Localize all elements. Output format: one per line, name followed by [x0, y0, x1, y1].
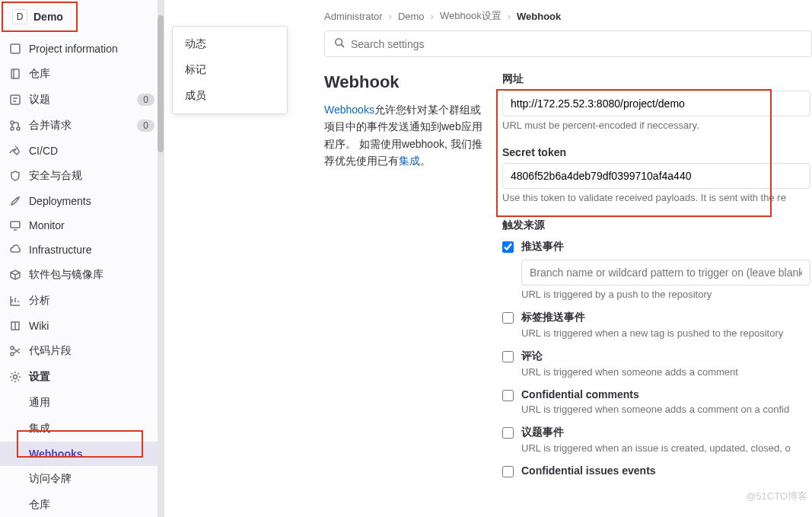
- breadcrumb-current: Webhook: [517, 11, 561, 22]
- svg-point-11: [11, 346, 14, 349]
- trigger-hint: URL is triggered when someone adds a com…: [521, 366, 810, 378]
- search-input[interactable]: [351, 38, 802, 50]
- webhook-description: Webhook Webhooks允许您针对某个群组或项目中的事件发送通知到web…: [324, 72, 484, 490]
- branch-filter-input[interactable]: [521, 260, 810, 286]
- token-input[interactable]: [502, 163, 810, 189]
- sidebar-item-security[interactable]: 安全与合规: [0, 163, 164, 189]
- sidebar-item-issues[interactable]: 议题 0: [0, 87, 164, 113]
- svg-rect-0: [11, 44, 20, 53]
- svg-point-7: [11, 127, 14, 130]
- svg-point-8: [17, 127, 20, 130]
- trigger-conf-comments-checkbox[interactable]: [502, 390, 514, 401]
- sidebar-item-label: 合并请求: [29, 119, 129, 132]
- sidebar-item-project-info[interactable]: Project information: [0, 37, 164, 61]
- merge-icon: [9, 120, 21, 132]
- sidebar-item-label: 议题: [29, 93, 129, 107]
- trigger-tag-push-checkbox[interactable]: [502, 312, 514, 324]
- trigger-confidential-issues: Confidential issues events: [502, 464, 810, 480]
- trigger-conf-issues-checkbox[interactable]: [502, 466, 514, 477]
- sidebar-item-label: 分析: [29, 294, 154, 308]
- trigger-issues: 议题事件 URL is triggered when an issue is c…: [502, 426, 810, 454]
- trigger-confidential-comments: Confidential comments URL is triggered w…: [502, 388, 810, 415]
- webhook-desc-text: Webhooks允许您针对某个群组或项目中的事件发送通知到web应用程序。 如需…: [324, 101, 484, 170]
- svg-point-12: [11, 353, 14, 356]
- package-icon: [9, 269, 21, 281]
- sidebar-item-label: Infrastructure: [29, 244, 154, 256]
- sidebar-item-label: 软件包与镜像库: [29, 268, 154, 282]
- settings-sub-access-tokens[interactable]: 访问令牌: [0, 466, 164, 492]
- svg-line-15: [342, 45, 345, 48]
- trigger-push: 推送事件 URL is triggered by a push to the r…: [502, 240, 810, 300]
- trigger-title: 触发来源: [502, 219, 810, 232]
- flyout-item-labels[interactable]: 标记: [173, 57, 287, 83]
- trigger-hint: URL is triggered when an issue is create…: [521, 442, 810, 454]
- settings-sub-repository[interactable]: 仓库: [0, 492, 164, 517]
- chevron-right-icon: ›: [389, 11, 392, 22]
- sidebar-item-analytics[interactable]: 分析: [0, 288, 164, 314]
- integrations-link[interactable]: 集成: [399, 155, 420, 167]
- settings-sub-webhooks[interactable]: Webhooks: [0, 442, 164, 466]
- token-hint: Use this token to validate received payl…: [502, 192, 810, 203]
- scrollbar-thumb[interactable]: [158, 15, 164, 152]
- sidebar-item-repository[interactable]: 仓库: [0, 61, 164, 87]
- page-title: Webhook: [324, 72, 484, 92]
- sidebar-item-label: Deployments: [29, 195, 154, 207]
- sidebar-item-infrastructure[interactable]: Infrastructure: [0, 238, 164, 262]
- scissors-icon: [9, 345, 21, 357]
- cloud-icon: [9, 244, 21, 256]
- url-input[interactable]: [502, 91, 810, 116]
- trigger-name: Confidential comments: [521, 388, 810, 401]
- sidebar-item-label: 仓库: [29, 67, 154, 81]
- sidebar-scrollbar[interactable]: [158, 0, 164, 517]
- trigger-name: 标签推送事件: [521, 311, 810, 324]
- sidebar: D Demo Project information 仓库 议题 0 合并请求 …: [0, 0, 164, 517]
- settings-sub-general[interactable]: 通用: [0, 390, 164, 416]
- trigger-comments-checkbox[interactable]: [502, 351, 514, 362]
- sidebar-item-packages[interactable]: 软件包与镜像库: [0, 262, 164, 288]
- url-hint: URL must be percent-encoded if neccessar…: [502, 120, 810, 131]
- project-avatar: D: [12, 9, 27, 24]
- sidebar-item-settings[interactable]: 设置: [0, 364, 164, 390]
- sidebar-item-wiki[interactable]: Wiki: [0, 314, 164, 338]
- svg-point-6: [11, 121, 14, 124]
- sidebar-item-label: 安全与合规: [29, 169, 154, 183]
- trigger-name: 评论: [521, 349, 810, 363]
- sidebar-item-monitor[interactable]: Monitor: [0, 213, 164, 238]
- token-label: Secret token: [502, 146, 810, 158]
- trigger-hint: URL is triggered when a new tag is pushe…: [521, 327, 810, 339]
- chevron-right-icon: ›: [508, 11, 511, 22]
- trigger-tag-push: 标签推送事件 URL is triggered when a new tag i…: [502, 311, 810, 339]
- info-icon: [9, 43, 21, 55]
- webhooks-link[interactable]: Webhooks: [324, 104, 374, 116]
- trigger-name: 议题事件: [521, 426, 810, 439]
- trigger-push-checkbox[interactable]: [502, 241, 514, 253]
- settings-sub-integrations[interactable]: 集成: [0, 416, 164, 442]
- svg-rect-1: [11, 69, 19, 78]
- sidebar-item-merge-requests[interactable]: 合并请求 0: [0, 113, 164, 139]
- chart-icon: [9, 295, 21, 307]
- wiki-icon: [9, 320, 21, 332]
- sidebar-item-label: 设置: [29, 370, 154, 384]
- project-header[interactable]: D Demo: [2, 2, 78, 32]
- chevron-right-icon: ›: [431, 11, 434, 22]
- watermark: @51CTO博客: [746, 490, 807, 503]
- svg-rect-3: [11, 95, 20, 104]
- issues-badge: 0: [137, 94, 154, 106]
- shield-icon: [9, 170, 21, 182]
- gear-icon: [9, 371, 21, 383]
- sidebar-item-cicd[interactable]: CI/CD: [0, 139, 164, 163]
- svg-point-14: [336, 39, 342, 46]
- sidebar-item-snippets[interactable]: 代码片段: [0, 338, 164, 364]
- trigger-hint: URL is triggered when someone adds a com…: [521, 404, 810, 415]
- trigger-name: 推送事件: [521, 240, 810, 254]
- book-icon: [9, 68, 21, 80]
- sidebar-item-deployments[interactable]: Deployments: [0, 189, 164, 213]
- sidebar-item-label: 代码片段: [29, 344, 154, 358]
- trigger-issues-checkbox[interactable]: [502, 427, 514, 439]
- breadcrumb-demo[interactable]: Demo: [398, 11, 425, 22]
- flyout-item-activity[interactable]: 动态: [173, 31, 287, 57]
- breadcrumb-admin[interactable]: Administrator: [324, 11, 383, 22]
- breadcrumb-webhook-settings[interactable]: Webhook设置: [440, 9, 502, 23]
- flyout-item-members[interactable]: 成员: [173, 83, 287, 109]
- search-settings-box[interactable]: [324, 30, 812, 57]
